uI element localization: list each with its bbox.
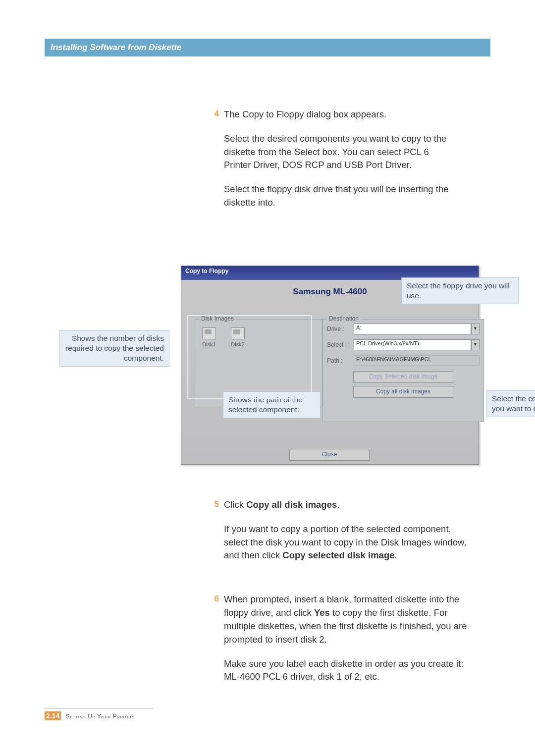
group-label: Destination xyxy=(327,315,361,322)
section-heading-bar: Installing Software from Diskette xyxy=(45,39,490,56)
footer-text: 2.14 Setting Up Your Printer xyxy=(45,711,154,720)
bold-text: Yes xyxy=(314,607,330,618)
paragraph: Select the desired components you want t… xyxy=(224,132,451,172)
drive-row: Drive : A: ▼ xyxy=(327,324,480,334)
page-footer: 2.14 Setting Up Your Printer xyxy=(45,708,154,720)
callout-disk-count: Shows the number of disks required to co… xyxy=(59,330,169,367)
field-label: Select : xyxy=(327,341,354,348)
page-number: 14 xyxy=(52,712,60,720)
floppy-icon xyxy=(202,327,216,339)
text-run: . xyxy=(394,550,397,560)
field-label: Path : xyxy=(327,357,354,364)
callout-path: Shows the path of the selected component… xyxy=(223,391,321,418)
disk-image-item[interactable]: Disk2 xyxy=(231,327,245,347)
callout-select: Select the component you want to copy. xyxy=(486,390,535,417)
bold-text: Copy all disk images xyxy=(246,499,337,510)
page-number-box: 2.14 xyxy=(45,711,61,720)
disk-label: Disk2 xyxy=(231,341,245,347)
step-6: 6 When prompted, insert a blank, formatt… xyxy=(208,593,471,695)
select-row: Select : PCL Driver(Win3.x/9x/NT) ▼ xyxy=(327,339,480,350)
copy-selected-button[interactable]: Copy Selected disk image xyxy=(353,371,453,383)
body-text-lower: 5 Click Copy all disk images. If you wan… xyxy=(208,498,471,705)
copy-all-button[interactable]: Copy all disk images xyxy=(353,386,453,398)
select-dropdown[interactable]: PCL Driver(Win3.x/9x/NT) xyxy=(354,339,471,350)
paragraph: If you want to copy a portion of the sel… xyxy=(224,523,471,562)
bold-text: Copy selected disk image xyxy=(282,550,394,560)
manual-page: Installing Software from Diskette 4 The … xyxy=(0,0,535,756)
divider xyxy=(45,708,154,708)
group-label: Disk Images xyxy=(199,315,236,322)
step-number: 5 xyxy=(208,498,219,573)
step-5: 5 Click Copy all disk images. If you wan… xyxy=(208,498,471,573)
text-run: . xyxy=(337,499,339,510)
text-run: Click xyxy=(224,499,246,510)
disk-label: Disk1 xyxy=(202,341,216,347)
step-4: 4 The Copy to Floppy dialog box appears.… xyxy=(208,108,451,220)
paragraph: Select the floppy disk drive that you wi… xyxy=(224,183,451,210)
drive-dropdown[interactable]: A: xyxy=(354,324,471,334)
path-row: Path : E:\4600\ENG\IMAGE\IMG\PCL xyxy=(327,355,480,366)
path-value: E:\4600\ENG\IMAGE\IMG\PCL xyxy=(354,355,480,366)
chapter-number: 2. xyxy=(46,712,52,720)
section-heading: Installing Software from Diskette xyxy=(51,43,182,53)
callout-drive: Select the floppy drive you will use. xyxy=(401,277,519,304)
paragraph: The Copy to Floppy dialog box appears. xyxy=(224,108,451,121)
disk-image-item[interactable]: Disk1 xyxy=(202,327,216,347)
paragraph: When prompted, insert a blank, formatted… xyxy=(224,593,471,646)
destination-group: Destination Drive : A: ▼ Select : PCL Dr… xyxy=(322,319,484,422)
body-text-upper: 4 The Copy to Floppy dialog box appears.… xyxy=(208,108,451,231)
close-button[interactable]: Close xyxy=(289,449,370,461)
paragraph: Click Copy all disk images. xyxy=(224,498,471,512)
step-number: 6 xyxy=(208,593,219,695)
chevron-down-icon[interactable]: ▼ xyxy=(471,324,480,334)
step-number: 4 xyxy=(208,108,219,220)
footer-label: Setting Up Your Printer xyxy=(66,713,133,720)
field-label: Drive : xyxy=(327,325,354,332)
floppy-icon xyxy=(231,327,245,339)
chevron-down-icon[interactable]: ▼ xyxy=(471,339,480,350)
paragraph: Make sure you label each diskette in ord… xyxy=(224,657,471,684)
